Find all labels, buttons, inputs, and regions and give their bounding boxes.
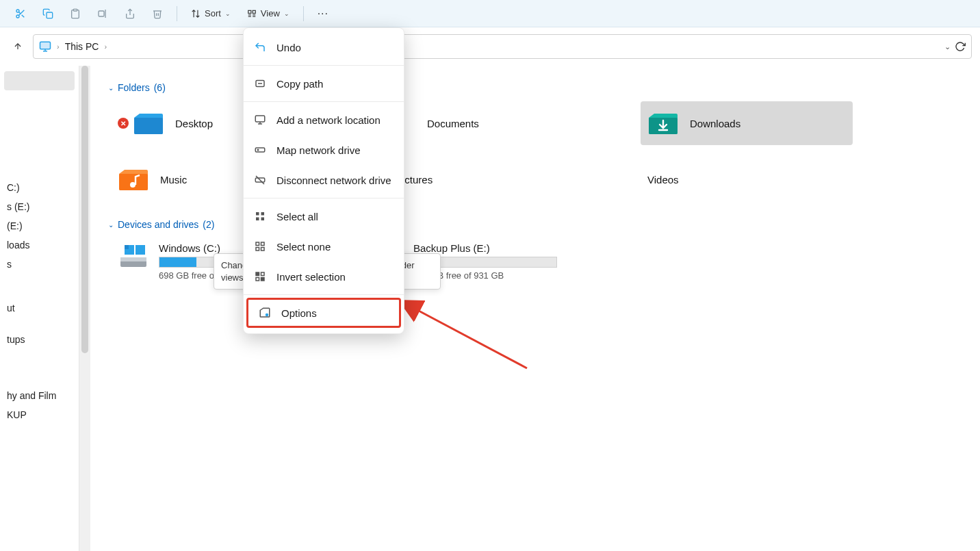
sidebar-item[interactable]: s <box>4 255 75 274</box>
ctx-separator <box>244 101 404 102</box>
svg-line-3 <box>22 14 25 17</box>
ctx-copy-path[interactable]: Copy path <box>244 68 404 99</box>
more-button[interactable]: ··· <box>311 3 335 25</box>
svg-rect-40 <box>256 212 259 216</box>
ctx-select-none[interactable]: Select none <box>244 231 404 261</box>
svg-rect-30 <box>125 245 129 249</box>
sort-label: Sort <box>205 8 221 18</box>
scissors-icon <box>15 8 26 19</box>
svg-rect-44 <box>256 242 259 246</box>
delete-button[interactable] <box>145 3 170 25</box>
sidebar-item[interactable]: hy and Film <box>4 386 75 405</box>
svg-rect-6 <box>73 9 77 11</box>
sidebar-item[interactable] <box>4 134 75 153</box>
sidebar-item[interactable]: (E:) <box>4 216 75 235</box>
invert-selection-icon <box>253 270 267 283</box>
refresh-icon[interactable] <box>955 41 966 52</box>
folders-section-label: Folders <box>118 82 150 93</box>
ctx-select-all[interactable]: Select all <box>244 201 404 231</box>
svg-rect-10 <box>248 10 251 13</box>
paste-button[interactable] <box>63 3 88 25</box>
copy-icon <box>42 8 53 19</box>
svg-point-52 <box>266 313 269 317</box>
svg-rect-47 <box>261 248 265 251</box>
disconnect-drive-icon <box>253 173 267 187</box>
svg-rect-22 <box>119 174 148 190</box>
sort-button[interactable]: Sort ⌄ <box>184 3 237 25</box>
sidebar-item[interactable] <box>4 71 75 90</box>
sidebar-item[interactable]: KUP <box>4 405 75 424</box>
sidebar-item[interactable]: s (E:) <box>4 197 75 216</box>
sort-icon <box>191 9 201 18</box>
undo-icon <box>253 40 267 54</box>
ctx-label: Undo <box>276 42 301 53</box>
arrow-up-icon <box>13 42 23 51</box>
scrollbar-thumb[interactable] <box>81 66 88 353</box>
rename-button[interactable] <box>90 3 115 25</box>
toolbar: Sort ⌄ View ⌄ ··· <box>0 0 980 27</box>
ctx-separator <box>244 198 404 198</box>
ctx-label: Map network drive <box>276 144 361 156</box>
ctx-map-network-drive[interactable]: Map network drive <box>244 135 404 165</box>
folder-label: Downloads <box>690 118 740 129</box>
cut-button[interactable] <box>8 3 33 25</box>
drives-section-count: (2) <box>203 219 214 230</box>
view-button[interactable]: View ⌄ <box>240 3 296 25</box>
chevron-down-icon: ⌄ <box>284 10 289 17</box>
svg-rect-49 <box>261 272 265 276</box>
drive-icon <box>118 242 149 270</box>
folder-item-downloads[interactable]: Downloads <box>641 101 853 145</box>
view-label: View <box>261 8 280 18</box>
folder-item-videos[interactable]: Videos <box>641 157 853 201</box>
svg-rect-27 <box>120 257 146 261</box>
svg-rect-46 <box>256 248 259 251</box>
select-none-icon <box>253 240 267 253</box>
drives-section-header[interactable]: ⌄ Devices and drives (2) <box>108 219 966 230</box>
folders-section-count: (6) <box>154 82 166 93</box>
share-icon <box>125 8 136 19</box>
history-chevron-down-icon[interactable]: ⌄ <box>944 42 951 51</box>
ctx-undo[interactable]: Undo <box>244 32 404 62</box>
sidebar-item[interactable]: tups <box>4 330 75 349</box>
ctx-options[interactable]: Options <box>246 298 401 328</box>
svg-rect-43 <box>261 218 265 221</box>
folder-item-documents[interactable]: Documents <box>420 101 632 145</box>
svg-rect-48 <box>256 272 259 276</box>
sidebar-item[interactable] <box>4 103 75 122</box>
sidebar-item[interactable]: ut <box>4 298 75 318</box>
svg-point-1 <box>16 15 19 18</box>
breadcrumb-location[interactable]: This PC <box>65 41 99 52</box>
svg-point-37 <box>257 149 259 151</box>
ctx-label: Options <box>281 307 317 319</box>
address-bar-right: ⌄ <box>944 41 966 52</box>
ctx-add-network-location[interactable]: Add a network location <box>244 105 404 135</box>
drive-fill <box>159 257 196 267</box>
chevron-down-icon: ⌄ <box>225 10 231 17</box>
folder-label: Videos <box>647 174 679 185</box>
trash-icon <box>152 8 163 19</box>
chevron-down-icon: ⌄ <box>108 221 114 229</box>
network-location-icon <box>253 113 267 127</box>
copy-button[interactable] <box>36 3 60 25</box>
ctx-label: Add a network location <box>276 114 381 126</box>
clipboard-icon <box>70 8 81 19</box>
sidebar-scrollbar[interactable] <box>79 66 90 551</box>
ctx-separator <box>244 65 404 66</box>
ctx-disconnect-network-drive[interactable]: Disconnect network drive <box>244 165 404 195</box>
sidebar-item[interactable]: C:) <box>4 178 75 197</box>
folders-section-header[interactable]: ⌄ Folders (6) <box>108 82 966 93</box>
sidebar: C:) s (E:) (E:) loads s ut tups hy and F… <box>0 66 79 551</box>
svg-rect-36 <box>255 148 265 152</box>
share-button[interactable] <box>118 3 142 25</box>
ctx-label: Copy path <box>276 78 323 90</box>
chevron-right-icon: › <box>57 42 60 51</box>
svg-rect-5 <box>47 12 53 18</box>
svg-line-4 <box>18 12 21 14</box>
main-content: ⌄ Folders (6) Desktop Documents Download… <box>90 66 980 551</box>
select-all-icon <box>253 209 267 223</box>
nav-up-button[interactable] <box>8 37 27 56</box>
sidebar-item[interactable]: loads <box>4 235 75 255</box>
svg-line-39 <box>256 176 264 184</box>
ctx-invert-selection[interactable]: Invert selection <box>244 261 404 292</box>
address-bar[interactable]: › This PC › ⌄ <box>33 34 972 59</box>
